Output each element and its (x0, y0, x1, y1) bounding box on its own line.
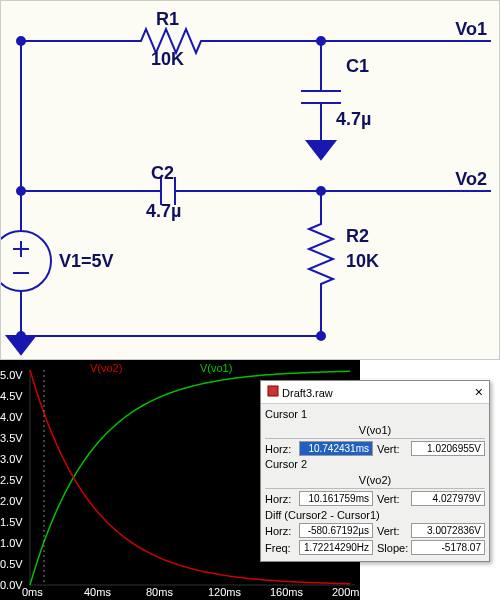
trace-label-vo2[interactable]: V(vo2) (90, 362, 122, 374)
y-tick: 0.5V (0, 558, 23, 570)
c2-vert-value[interactable]: 4.027979V (411, 491, 485, 506)
x-tick: 80ms (146, 586, 173, 598)
cursor-panel-title: Draft3.raw (282, 387, 333, 399)
c1-horz-value[interactable]: 10.742431ms (299, 441, 373, 456)
svg-point-22 (17, 37, 25, 45)
freq-value[interactable]: 1.72214290Hz (299, 540, 373, 555)
c2-name: C2 (151, 163, 174, 184)
app-icon (267, 385, 279, 397)
c2-value: 4.7µ (146, 201, 181, 222)
svg-point-25 (317, 187, 325, 195)
c1-vert-value[interactable]: 1.0206955V (411, 441, 485, 456)
svg-point-26 (17, 332, 25, 340)
y-tick: 3.0V (0, 453, 23, 465)
cursor1-signal: V(vo1) (265, 422, 485, 439)
x-tick: 200ms (332, 586, 365, 598)
slope-value[interactable]: -5178.07 (411, 540, 485, 555)
schematic-svg (1, 1, 500, 361)
v1-label: V1=5V (59, 251, 114, 272)
circuit-schematic: R1 10K C1 4.7µ C2 4.7µ R2 10K V1=5V Vo1 … (0, 0, 500, 360)
lbl-freq: Freq: (265, 542, 295, 554)
c1-value: 4.7µ (336, 109, 371, 130)
svg-rect-31 (268, 386, 278, 396)
lbl-slope: Slope: (377, 542, 407, 554)
diff-horz-value[interactable]: -580.67192µs (299, 523, 373, 538)
lbl-horz: Horz: (265, 443, 295, 455)
cursor-panel[interactable]: Draft3.raw × Cursor 1 V(vo1) Horz: 10.74… (260, 380, 490, 562)
x-tick: 40ms (84, 586, 111, 598)
cursor-panel-titlebar[interactable]: Draft3.raw × (261, 381, 489, 404)
svg-point-16 (1, 231, 51, 291)
svg-point-23 (17, 187, 25, 195)
y-tick: 4.5V (0, 390, 23, 402)
y-tick: 5.0V (0, 369, 23, 381)
cursor2-signal: V(vo2) (265, 472, 485, 489)
r1-value: 10K (151, 49, 184, 70)
diff-label: Diff (Cursor2 - Cursor1) (265, 509, 485, 521)
svg-point-27 (317, 332, 325, 340)
svg-point-24 (317, 37, 325, 45)
c2-horz-value[interactable]: 10.161759ms (299, 491, 373, 506)
c1-name: C1 (346, 56, 369, 77)
x-tick: 0ms (22, 586, 43, 598)
y-tick: 1.5V (0, 516, 23, 528)
y-tick: 1.0V (0, 537, 23, 549)
x-tick: 160ms (270, 586, 303, 598)
node-vo2: Vo2 (455, 169, 487, 190)
y-tick: 2.0V (0, 495, 23, 507)
trace-label-vo1[interactable]: V(vo1) (200, 362, 232, 374)
y-tick: 2.5V (0, 474, 23, 486)
waveform-window: 0.0V0.5V1.0V1.5V2.0V2.5V3.0V3.5V4.0V4.5V… (0, 360, 500, 600)
diff-vert-value[interactable]: 3.0072836V (411, 523, 485, 538)
y-tick: 0.0V (0, 579, 23, 591)
y-tick: 4.0V (0, 411, 23, 423)
x-tick: 120ms (208, 586, 241, 598)
close-icon[interactable]: × (475, 384, 483, 400)
r1-name: R1 (156, 9, 179, 30)
r2-value: 10K (346, 251, 379, 272)
lbl-vert: Vert: (377, 443, 407, 455)
cursor1-label: Cursor 1 (265, 408, 485, 420)
y-tick: 3.5V (0, 432, 23, 444)
node-vo1: Vo1 (455, 19, 487, 40)
cursor2-label: Cursor 2 (265, 458, 485, 470)
r2-name: R2 (346, 226, 369, 247)
